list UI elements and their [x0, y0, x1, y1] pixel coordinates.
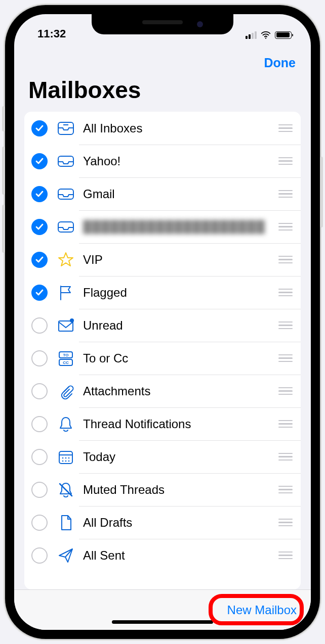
drag-handle-icon[interactable]	[278, 387, 294, 395]
drag-handle-icon[interactable]	[278, 223, 294, 231]
mailbox-label: Muted Threads	[83, 483, 278, 497]
calendar-icon	[56, 448, 76, 466]
checked-indicator[interactable]	[31, 120, 48, 136]
checked-indicator[interactable]	[31, 219, 48, 235]
unchecked-indicator[interactable]	[31, 416, 48, 432]
mailbox-label: Attachments	[83, 384, 278, 398]
drag-handle-icon[interactable]	[278, 519, 294, 527]
unchecked-indicator[interactable]	[31, 350, 48, 366]
mailbox-row[interactable]: Today	[24, 440, 301, 473]
mailbox-row[interactable]: VIP	[24, 243, 301, 276]
drag-handle-icon[interactable]	[278, 256, 294, 264]
home-indicator[interactable]	[112, 620, 213, 624]
inbox-icon	[56, 152, 76, 170]
mailbox-label: Gmail	[83, 187, 278, 201]
unread-icon	[56, 316, 76, 335]
phone-frame: 11:32 Done Mailboxes All InboxesYahoo!Gm…	[5, 5, 320, 639]
mailbox-label: ████████████████████	[83, 220, 278, 234]
drag-handle-icon[interactable]	[278, 551, 294, 560]
drag-handle-icon[interactable]	[278, 486, 294, 494]
flag-icon	[56, 284, 76, 302]
drag-handle-icon[interactable]	[278, 157, 294, 165]
mailbox-label: All Inboxes	[83, 121, 278, 135]
screen: 11:32 Done Mailboxes All InboxesYahoo!Gm…	[14, 14, 311, 630]
done-button[interactable]: Done	[264, 56, 296, 70]
wifi-icon	[260, 29, 271, 40]
mailbox-row[interactable]: Muted Threads	[24, 473, 301, 506]
cellular-signal-icon	[246, 31, 257, 39]
status-time: 11:32	[37, 27, 66, 40]
volume-down-button	[2, 205, 5, 253]
volume-up-button	[2, 147, 5, 195]
mailbox-row[interactable]: Flagged	[24, 276, 301, 309]
drag-handle-icon[interactable]	[278, 190, 294, 198]
mailbox-row[interactable]: Yahoo!	[24, 145, 301, 177]
svg-point-0	[265, 37, 266, 38]
power-button	[320, 157, 323, 227]
mailbox-label: Unread	[83, 318, 278, 333]
side-button	[2, 106, 5, 131]
drag-handle-icon[interactable]	[278, 354, 294, 362]
mailbox-list: All InboxesYahoo!Gmail██████████████████…	[24, 112, 301, 589]
unchecked-indicator[interactable]	[31, 515, 48, 531]
mailbox-row[interactable]: Thread Notifications	[24, 407, 301, 440]
checked-indicator[interactable]	[31, 186, 48, 202]
checked-indicator[interactable]	[31, 285, 48, 301]
paperclip-icon	[56, 382, 76, 400]
mailbox-row[interactable]: ████████████████████	[24, 210, 301, 243]
checked-indicator[interactable]	[31, 153, 48, 169]
mailbox-row[interactable]: All Drafts	[24, 506, 301, 539]
unchecked-indicator[interactable]	[31, 482, 48, 498]
mailbox-row[interactable]: To or Cc	[24, 342, 301, 375]
mailbox-label: Thread Notifications	[83, 417, 278, 431]
unchecked-indicator[interactable]	[31, 383, 48, 399]
unchecked-indicator[interactable]	[31, 449, 48, 465]
nav-bar: Done	[14, 41, 311, 72]
checked-indicator[interactable]	[31, 252, 48, 268]
star-icon	[56, 251, 76, 269]
battery-icon	[275, 31, 292, 39]
mailbox-row[interactable]: Attachments	[24, 375, 301, 407]
mailbox-label: All Drafts	[83, 516, 278, 530]
page-title: Mailboxes	[14, 72, 311, 112]
all-inboxes-icon	[56, 119, 76, 137]
notch	[92, 14, 233, 34]
bell-slash-icon	[56, 481, 76, 499]
drag-handle-icon[interactable]	[278, 453, 294, 461]
mailbox-row[interactable]: Gmail	[24, 177, 301, 210]
mailbox-label: Flagged	[83, 286, 278, 300]
drag-handle-icon[interactable]	[278, 289, 294, 297]
mailbox-row[interactable]: All Sent	[24, 539, 301, 572]
mailbox-label: Yahoo!	[83, 154, 278, 168]
mailbox-label: VIP	[83, 253, 278, 267]
bell-icon	[56, 415, 76, 433]
unchecked-indicator[interactable]	[31, 317, 48, 334]
toolbar: New Mailbox	[14, 589, 311, 630]
drag-handle-icon[interactable]	[278, 124, 294, 132]
draft-icon	[56, 514, 76, 532]
inbox-icon	[56, 218, 76, 236]
drag-handle-icon[interactable]	[278, 321, 294, 330]
send-icon	[56, 546, 76, 565]
new-mailbox-button[interactable]: New Mailbox	[227, 603, 297, 617]
mailbox-label: Today	[83, 450, 278, 464]
inbox-icon	[56, 185, 76, 203]
unchecked-indicator[interactable]	[31, 547, 48, 564]
mailbox-label: All Sent	[83, 548, 278, 563]
drag-handle-icon[interactable]	[278, 420, 294, 428]
mailbox-row[interactable]: All Inboxes	[24, 112, 301, 145]
tocc-icon	[56, 349, 76, 367]
mailbox-label: To or Cc	[83, 351, 278, 365]
mailbox-row[interactable]: Unread	[24, 309, 301, 342]
